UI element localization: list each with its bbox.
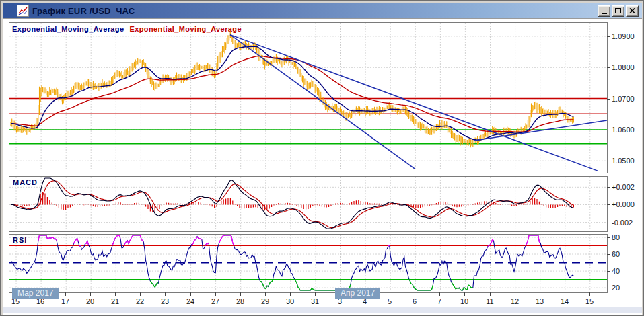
month-badge: Апр 2017 xyxy=(335,288,380,299)
price-chart-canvas xyxy=(9,23,607,171)
date-label: 27 xyxy=(211,297,219,305)
close-icon xyxy=(629,8,635,13)
date-tick xyxy=(290,292,291,296)
date-tick xyxy=(565,292,565,296)
price-y-tick xyxy=(607,36,610,37)
date-tick xyxy=(140,292,141,296)
date-label: 22 xyxy=(136,297,144,305)
month-badge: Мар 2017 xyxy=(12,288,59,299)
price-y-label: 1.0600 xyxy=(612,126,643,134)
date-tick xyxy=(540,292,540,296)
macd-y-tick xyxy=(607,187,610,188)
date-label: 14 xyxy=(561,297,569,305)
close-button[interactable] xyxy=(626,5,639,17)
minimize-icon xyxy=(602,13,607,14)
date-tick xyxy=(315,292,316,296)
rsi-y-tick xyxy=(607,254,610,255)
date-tick xyxy=(65,292,66,296)
date-tick xyxy=(265,292,266,296)
window-bottom-border xyxy=(3,307,642,313)
rsi-y-tick xyxy=(607,271,610,272)
date-label: 17 xyxy=(61,297,69,305)
date-tick xyxy=(240,292,241,296)
line-chart-icon xyxy=(17,5,29,17)
date-tick xyxy=(415,292,415,296)
macd-y-label: +0.002 xyxy=(612,183,643,191)
price-y-label: 1.0800 xyxy=(612,63,643,71)
date-label: 13 xyxy=(536,297,544,305)
date-label: 24 xyxy=(186,297,194,305)
rsi-y-label: 60 xyxy=(612,250,643,258)
price-y-label: 1.0700 xyxy=(612,95,643,103)
window-controls xyxy=(598,5,639,17)
macd-canvas xyxy=(9,177,607,230)
ema-legend: Exponential_Moving_AverageExponential_Mo… xyxy=(12,25,247,33)
date-tick xyxy=(115,292,116,296)
maximize-button[interactable] xyxy=(612,5,624,17)
macd-y-tick xyxy=(607,223,610,223)
title-bar[interactable]: График EUR /USD ЧАС xyxy=(3,3,642,18)
macd-panel[interactable]: MACD xyxy=(9,176,608,232)
macd-y-label: +0.000 xyxy=(612,200,643,208)
rsi-label: RSI xyxy=(13,236,27,244)
date-label: 7 xyxy=(437,297,441,305)
price-chart-panel[interactable]: Exponential_Moving_AverageExponential_Mo… xyxy=(9,22,608,173)
price-y-label: 1.0900 xyxy=(612,32,643,40)
price-y-tick xyxy=(607,99,610,100)
rsi-canvas xyxy=(9,235,607,291)
rsi-y-label: 80 xyxy=(612,233,643,241)
date-label: 11 xyxy=(486,297,493,305)
date-label: 30 xyxy=(286,297,294,305)
ema-legend-label: Exponential_Moving_Average xyxy=(129,25,241,33)
price-y-label: 1.0500 xyxy=(612,157,643,165)
price-y-tick xyxy=(607,67,610,68)
price-y-tick xyxy=(607,161,610,161)
date-label: 21 xyxy=(111,297,119,305)
date-tick xyxy=(439,292,440,296)
rsi-y-tick xyxy=(607,288,610,288)
chart-window: График EUR /USD ЧАС Exponential_Moving_A… xyxy=(0,0,644,316)
price-y-tick xyxy=(607,130,610,130)
window-title: График EUR /USD ЧАС xyxy=(32,6,135,16)
date-tick xyxy=(490,292,491,296)
date-tick xyxy=(215,292,216,296)
date-tick xyxy=(190,292,191,296)
date-label: 15 xyxy=(585,297,594,305)
date-tick xyxy=(390,292,390,296)
macd-y-tick xyxy=(607,204,610,205)
date-tick xyxy=(589,292,590,296)
date-label: 28 xyxy=(236,297,244,305)
date-label: 6 xyxy=(413,297,417,305)
date-tick xyxy=(464,292,465,296)
date-label: 5 xyxy=(388,297,392,305)
date-label: 31 xyxy=(311,297,319,305)
macd-y-label: -0.002 xyxy=(612,219,643,227)
date-tick xyxy=(90,292,91,296)
maximize-icon xyxy=(615,8,621,13)
date-tick xyxy=(515,292,515,296)
date-label: 10 xyxy=(460,297,468,305)
minimize-button[interactable] xyxy=(598,5,610,17)
rsi-y-label: 20 xyxy=(612,284,643,292)
macd-label: MACD xyxy=(13,178,38,186)
rsi-panel[interactable]: RSI xyxy=(9,234,608,293)
rsi-y-label: 40 xyxy=(612,267,643,275)
rsi-y-tick xyxy=(607,237,610,238)
date-label: 20 xyxy=(86,297,94,305)
date-label: 12 xyxy=(511,297,519,305)
date-label: 23 xyxy=(161,297,169,305)
ema-legend-label: Exponential_Moving_Average xyxy=(12,25,124,33)
date-tick xyxy=(165,292,166,296)
date-label: 29 xyxy=(261,297,269,305)
